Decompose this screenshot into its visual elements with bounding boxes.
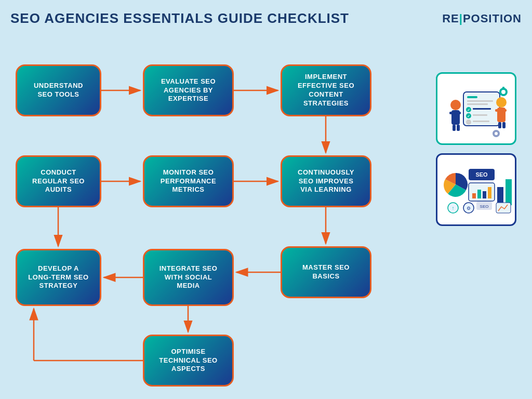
- svg-rect-16: [449, 112, 454, 114]
- svg-rect-51: [477, 190, 481, 198]
- node-develop-longterm-strategy: DEVELOP ALONG-TERM SEOSTRATEGY: [16, 249, 101, 306]
- page: SEO AGENCIES ESSENTIALS GUIDE CHECKLIST …: [0, 0, 532, 399]
- svg-text:✓: ✓: [467, 108, 470, 112]
- node-integrate-social-media: INTEGRATE SEOWITH SOCIALMEDIA: [143, 249, 234, 306]
- svg-rect-53: [488, 187, 491, 198]
- svg-text:SEO: SEO: [480, 204, 488, 209]
- node-monitor-seo-metrics: MONITOR SEOPERFORMANCEMETRICS: [143, 155, 234, 207]
- svg-rect-17: [456, 112, 461, 114]
- node-master-seo-basics: MASTER SEOBASICS: [281, 246, 371, 298]
- svg-rect-26: [473, 108, 491, 110]
- node-conduct-seo-audits: CONDUCTREGULAR SEOAUDITS: [16, 155, 101, 207]
- svg-rect-29: [473, 114, 487, 116]
- svg-rect-22: [467, 100, 493, 102]
- node-optimise-technical-seo: OPTIMISETECHNICAL SEOASPECTS: [143, 335, 234, 387]
- page-title: SEO AGENCIES ESSENTIALS GUIDE CHECKLIST: [10, 10, 349, 26]
- node-continuously-improves: CONTINUOUSLYSEO IMPROVESVIA LEARNING: [281, 155, 371, 207]
- logo-rest: POSITION: [463, 12, 522, 25]
- card-analytics: ✓ ✓: [436, 72, 516, 145]
- svg-rect-48: [506, 179, 512, 205]
- svg-point-30: [466, 119, 471, 125]
- svg-rect-34: [495, 109, 500, 112]
- header: SEO AGENCIES ESSENTIALS GUIDE CHECKLIST …: [10, 10, 522, 26]
- svg-rect-40: [502, 87, 504, 89]
- svg-rect-31: [473, 121, 489, 122]
- node-evaluate-seo-agencies: EVALUATE SEOAGENCIES BYEXPERTISE: [143, 64, 234, 116]
- svg-rect-37: [502, 122, 506, 128]
- svg-point-39: [501, 90, 506, 94]
- svg-rect-19: [457, 125, 460, 131]
- analytics-illustration: ✓ ✓: [440, 76, 513, 141]
- side-cards: ✓ ✓: [436, 72, 516, 226]
- logo-re: RE: [442, 12, 459, 25]
- svg-rect-23: [467, 103, 488, 105]
- svg-text:↑: ↑: [451, 205, 454, 211]
- svg-rect-36: [498, 122, 501, 128]
- flowchart: UNDERSTANDSEO TOOLS EVALUATE SEOAGENCIES…: [10, 36, 447, 389]
- svg-text:SEO: SEO: [475, 171, 488, 178]
- logo-bar: |: [459, 12, 463, 25]
- node-understand-seo-tools: UNDERSTANDSEO TOOLS: [16, 64, 101, 116]
- card-seo-charts: SEO ↑ ⚙ SEO: [436, 153, 516, 226]
- svg-rect-18: [453, 125, 456, 131]
- svg-point-14: [450, 100, 461, 110]
- svg-text:✓: ✓: [467, 114, 470, 118]
- seo-charts-illustration: SEO ↑ ⚙ SEO: [440, 156, 513, 223]
- svg-rect-52: [483, 191, 486, 198]
- logo: RE|POSITION: [442, 12, 522, 25]
- svg-point-42: [495, 132, 498, 135]
- svg-rect-21: [467, 96, 477, 98]
- svg-point-32: [496, 97, 507, 108]
- svg-rect-35: [502, 109, 507, 112]
- svg-rect-50: [472, 193, 476, 198]
- node-implement-seo-content: IMPLEMENTEFFECTIVE SEOCONTENTSTRATEGIES: [281, 64, 371, 116]
- svg-text:⚙: ⚙: [467, 206, 471, 211]
